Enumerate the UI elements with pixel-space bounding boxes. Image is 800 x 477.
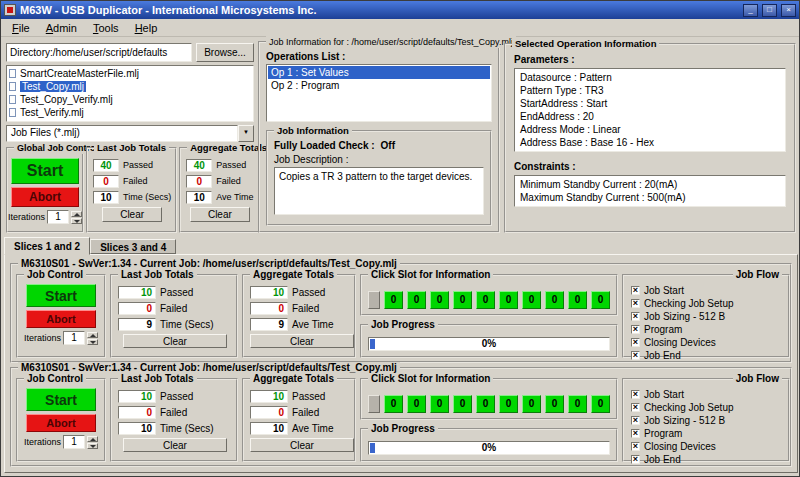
file-filter-value[interactable]: Job Files (*.mlj)	[6, 125, 238, 142]
slot-button[interactable]: 0	[591, 395, 610, 413]
passed-count: 10	[250, 390, 288, 403]
start-button[interactable]: Start	[26, 284, 96, 307]
clear-button[interactable]: Clear	[123, 438, 227, 452]
checkbox-checked-icon[interactable]: ×	[631, 312, 640, 321]
checkbox-checked-icon[interactable]: ×	[631, 403, 640, 412]
slot-button[interactable]: 0	[476, 395, 495, 413]
slot-button[interactable]: 0	[453, 395, 472, 413]
slot-button[interactable]: 0	[522, 291, 541, 309]
slot-button[interactable]: 0	[545, 395, 564, 413]
file-icon	[9, 82, 16, 91]
spin-down-icon[interactable]	[87, 339, 98, 345]
job-progress-group: Job Progress 0%	[360, 324, 618, 358]
menu-tools[interactable]: Tools	[85, 20, 127, 36]
maximize-icon[interactable]: □	[762, 4, 777, 17]
clear-button[interactable]: Clear	[123, 334, 227, 348]
slot-button[interactable]: 0	[476, 291, 495, 309]
titlebar[interactable]: M63W - USB Duplicator - International Mi…	[1, 1, 799, 19]
clear-button[interactable]: Clear	[102, 207, 162, 222]
slot-button[interactable]: 0	[430, 291, 449, 309]
clear-button[interactable]: Clear	[250, 438, 354, 452]
slot-button[interactable]: 0	[384, 291, 403, 309]
checkbox-checked-icon[interactable]: ×	[631, 416, 640, 425]
failed-count: 0	[186, 175, 212, 188]
iterations-stepper[interactable]: 1	[63, 331, 85, 345]
file-icon	[9, 108, 16, 117]
menu-file[interactable]: File	[4, 20, 38, 36]
clear-button[interactable]: Clear	[250, 334, 354, 348]
slot-button[interactable]: 0	[522, 395, 541, 413]
start-button[interactable]: Start	[26, 388, 96, 411]
slot-button[interactable]: 0	[407, 291, 426, 309]
app-window: M63W - USB Duplicator - International Mi…	[0, 0, 800, 477]
spin-up-icon[interactable]	[87, 332, 98, 338]
browse-button[interactable]: Browse...	[196, 43, 254, 62]
directory-input[interactable]: Directory:/home/user/script/defaults	[6, 43, 192, 62]
operation-item-selected[interactable]: Op 1 : Set Values	[268, 66, 490, 79]
slot-button[interactable]: 0	[499, 395, 518, 413]
failed-label: Failed	[292, 407, 319, 418]
slot-button[interactable]: 0	[545, 291, 564, 309]
parameters-label: Parameters :	[514, 54, 786, 65]
file-panel: Directory:/home/user/script/defaults Bro…	[6, 43, 254, 233]
progress-bar: 0%	[368, 337, 610, 351]
menu-admin[interactable]: Admin	[38, 20, 85, 36]
iterations-stepper[interactable]: 1	[63, 435, 85, 449]
slot-button[interactable]: 0	[384, 395, 403, 413]
slot-button[interactable]: 0	[568, 395, 587, 413]
checkbox-checked-icon[interactable]: ×	[631, 455, 640, 464]
slot-button[interactable]: 0	[591, 291, 610, 309]
global-aggregate-totals-group: Aggregate Totals 40Passed 0Failed 10Ave …	[179, 147, 259, 233]
checkbox-checked-icon[interactable]: ×	[631, 286, 640, 295]
avetime-label: Ave Time	[292, 423, 334, 434]
spin-down-icon[interactable]	[71, 218, 82, 224]
abort-button[interactable]: Abort	[26, 310, 96, 328]
checkbox-checked-icon[interactable]: ×	[631, 442, 640, 451]
group-title: Aggregate Totals	[250, 373, 337, 385]
passed-label: Passed	[123, 160, 153, 170]
chevron-down-icon[interactable]: ▼	[238, 125, 254, 142]
checkbox-checked-icon[interactable]: ×	[631, 390, 640, 399]
passed-count: 40	[93, 159, 119, 172]
close-icon[interactable]: ×	[781, 4, 796, 17]
file-list-item[interactable]: SmartCreateMasterFile.mlj	[9, 67, 251, 80]
failed-count: 0	[93, 175, 119, 188]
slot-button[interactable]: 0	[407, 395, 426, 413]
group-title: Job Control	[24, 269, 86, 281]
slices-tab-panel: M6310S01 - SwVer:1.34 - Current Job: /ho…	[4, 254, 798, 473]
file-list-item-selected[interactable]: Test_Copy.mlj	[9, 80, 251, 93]
checkbox-checked-icon[interactable]: ×	[631, 299, 640, 308]
checkbox-checked-icon[interactable]: ×	[631, 429, 640, 438]
file-list-item[interactable]: Test_Copy_Verify.mlj	[9, 93, 251, 106]
global-abort-button[interactable]: Abort	[11, 187, 79, 207]
group-title: Click Slot for Information	[368, 373, 493, 385]
clear-button[interactable]: Clear	[190, 207, 250, 222]
tab-slices-1-2[interactable]: Slices 1 and 2	[4, 237, 90, 255]
file-list-item[interactable]: Test_Verify.mlj	[9, 106, 251, 119]
checkbox-checked-icon[interactable]: ×	[631, 351, 640, 360]
spin-down-icon[interactable]	[87, 443, 98, 449]
global-start-button[interactable]: Start	[11, 158, 79, 184]
checkbox-checked-icon[interactable]: ×	[631, 338, 640, 347]
checkbox-checked-icon[interactable]: ×	[631, 325, 640, 334]
iterations-stepper[interactable]: 1	[47, 210, 69, 224]
operation-item[interactable]: Op 2 : Program	[268, 79, 490, 92]
file-filter-combo[interactable]: Job Files (*.mlj) ▼	[6, 125, 254, 142]
avetime-label: Ave Time	[216, 192, 253, 202]
slot-button[interactable]: 0	[430, 395, 449, 413]
failed-label: Failed	[160, 303, 187, 314]
group-title: Job Control	[24, 373, 86, 385]
minimize-icon[interactable]: _	[743, 4, 758, 17]
spin-up-icon[interactable]	[87, 436, 98, 442]
tab-slices-3-4[interactable]: Slices 3 and 4	[90, 239, 176, 254]
slot-button[interactable]: 0	[453, 291, 472, 309]
iterations-label: Iterations	[8, 212, 45, 222]
group-title: Job Progress	[368, 319, 438, 331]
slot-button[interactable]: 0	[499, 291, 518, 309]
slot-button[interactable]: 0	[568, 291, 587, 309]
global-last-job-totals-group: Last Job Totals 40Passed 0Failed 10Time …	[86, 147, 177, 233]
abort-button[interactable]: Abort	[26, 414, 96, 432]
spin-up-icon[interactable]	[71, 211, 82, 217]
app-icon	[4, 4, 16, 16]
menu-help[interactable]: Help	[127, 20, 166, 36]
